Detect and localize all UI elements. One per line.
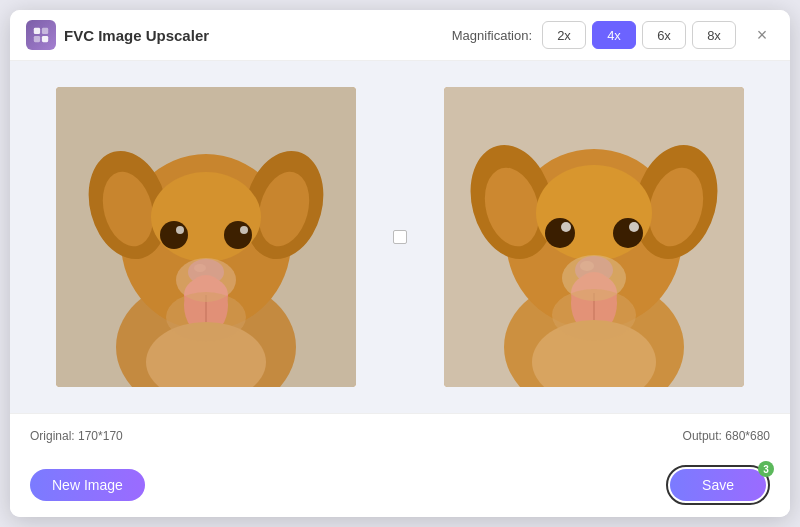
image-divider (376, 230, 424, 244)
app-logo (26, 20, 56, 50)
action-bar: New Image 3 Save (10, 457, 790, 517)
svg-point-12 (160, 221, 188, 249)
svg-point-31 (536, 165, 652, 261)
info-footer: Original: 170*170 Output: 680*680 (10, 413, 790, 457)
svg-rect-0 (34, 28, 40, 34)
svg-point-14 (176, 226, 184, 234)
save-badge: 3 (758, 461, 774, 477)
svg-point-35 (629, 222, 639, 232)
svg-point-43 (552, 289, 636, 341)
mag-4x-button[interactable]: 4x (592, 21, 636, 49)
original-image-panel (36, 87, 376, 387)
svg-rect-3 (42, 36, 48, 42)
original-size-label: Original: 170*170 (30, 429, 400, 443)
svg-point-23 (166, 292, 246, 342)
magnification-buttons: 2x 4x 6x 8x (542, 21, 736, 49)
save-button[interactable]: Save (670, 469, 766, 501)
mag-2x-button[interactable]: 2x (542, 21, 586, 49)
close-button[interactable]: × (750, 23, 774, 47)
svg-rect-2 (34, 36, 40, 42)
main-content (10, 61, 790, 413)
output-size-label: Output: 680*680 (400, 429, 770, 443)
new-image-button[interactable]: New Image (30, 469, 145, 501)
app-title: FVC Image Upscaler (64, 27, 452, 44)
svg-rect-1 (42, 28, 48, 34)
svg-point-34 (561, 222, 571, 232)
svg-point-33 (613, 218, 643, 248)
save-area: 3 Save (666, 465, 770, 505)
mag-6x-button[interactable]: 6x (642, 21, 686, 49)
output-image (444, 87, 744, 387)
svg-point-15 (240, 226, 248, 234)
svg-point-11 (151, 172, 261, 262)
titlebar: FVC Image Upscaler Magnification: 2x 4x … (10, 10, 790, 61)
mag-8x-button[interactable]: 8x (692, 21, 736, 49)
app-window: FVC Image Upscaler Magnification: 2x 4x … (10, 10, 790, 517)
output-image-panel (424, 87, 764, 387)
svg-point-13 (224, 221, 252, 249)
compare-icon (393, 230, 407, 244)
original-image (56, 87, 356, 387)
magnification-label: Magnification: (452, 28, 532, 43)
svg-point-32 (545, 218, 575, 248)
save-button-wrapper: Save (666, 465, 770, 505)
